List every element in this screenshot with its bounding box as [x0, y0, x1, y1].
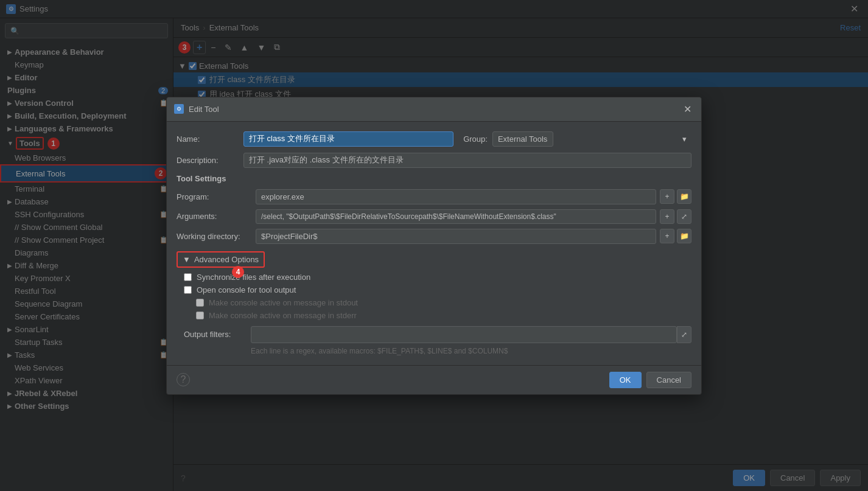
working-dir-add-button[interactable]: + — [660, 229, 674, 243]
sync-files-checkbox[interactable] — [184, 273, 192, 281]
arguments-expand-button[interactable]: ⤢ — [677, 209, 691, 224]
open-console-checkbox[interactable] — [184, 286, 192, 294]
name-row: Name: Group: External Tools — [177, 131, 691, 147]
working-dir-buttons: + 📁 — [660, 229, 691, 243]
arguments-input[interactable] — [256, 209, 656, 224]
arguments-label: Arguments: — [177, 212, 256, 221]
program-add-button[interactable]: + — [660, 189, 674, 204]
working-dir-browse-button[interactable]: 📁 — [677, 229, 691, 243]
modal-ok-button[interactable]: OK — [609, 372, 642, 388]
name-label: Name: — [177, 134, 243, 144]
working-dir-label: Working directory: — [177, 232, 256, 241]
arguments-buttons: + ⤢ — [660, 209, 691, 224]
tool-settings-title: Tool Settings — [177, 174, 691, 183]
modal-icon: ⚙ — [174, 104, 184, 114]
make-active-stdout-checkbox[interactable] — [196, 299, 204, 307]
modal-title: Edit Tool — [189, 105, 681, 114]
open-console-row: Open console for tool output — [184, 285, 691, 294]
output-filters-expand[interactable]: ⤢ — [677, 326, 691, 343]
group-select-wrapper: External Tools — [492, 131, 691, 147]
sync-files-row: Synchronize files after execution — [184, 273, 691, 282]
description-label: Description: — [177, 156, 243, 165]
program-label: Program: — [177, 192, 256, 201]
modal-footer: ? OK Cancel — [167, 365, 701, 394]
description-row: Description: — [177, 153, 691, 168]
advanced-label: Advanced Options — [194, 255, 259, 264]
modal-body: Name: Group: External Tools Description:… — [167, 122, 701, 365]
open-console-label: Open console for tool output — [197, 285, 296, 294]
output-filters-input[interactable] — [251, 326, 677, 343]
group-select[interactable]: External Tools — [492, 131, 553, 147]
make-active-stderr-row: Make console active on message in stderr — [184, 311, 691, 320]
advanced-arrow: ▼ — [183, 255, 191, 264]
modal-close-button[interactable]: ✕ — [681, 102, 694, 116]
program-input[interactable] — [256, 189, 656, 204]
program-buttons: + 📁 — [660, 189, 691, 204]
output-filters-label: Output filters: — [184, 330, 251, 339]
settings-window: ⚙ Settings ✕ 🔍 ▶ Appearance & Behavior K… — [0, 0, 868, 491]
output-filters-row: Output filters: ⤢ — [184, 326, 691, 343]
modal-cancel-button[interactable]: Cancel — [646, 372, 691, 388]
group-label: Group: — [463, 134, 488, 144]
advanced-section: ▼ Advanced Options 4 Synchronize files a… — [177, 251, 691, 355]
make-active-stdout-row: Make console active on message in stdout — [184, 298, 691, 307]
working-dir-row: Working directory: + 📁 — [177, 229, 691, 244]
program-row: Program: + 📁 — [177, 189, 691, 204]
make-active-stderr-checkbox[interactable] — [196, 312, 204, 319]
description-input[interactable] — [243, 153, 691, 168]
make-active-stderr-label: Make console active on message in stderr — [209, 311, 357, 320]
modal-titlebar: ⚙ Edit Tool ✕ — [167, 97, 701, 122]
program-browse-button[interactable]: 📁 — [677, 189, 691, 204]
name-input[interactable] — [243, 131, 453, 147]
working-dir-input[interactable] — [256, 229, 656, 244]
edit-tool-modal: ⚙ Edit Tool ✕ Name: Group: External Tool… — [166, 97, 702, 395]
advanced-toggle[interactable]: ▼ Advanced Options 4 — [177, 251, 265, 268]
regex-note: Each line is a regex, available macros: … — [251, 347, 691, 355]
sync-files-label: Synchronize files after execution — [197, 273, 310, 282]
modal-help-icon[interactable]: ? — [177, 373, 190, 386]
advanced-content: Synchronize files after execution Open c… — [177, 273, 691, 355]
arguments-row: Arguments: + ⤢ — [177, 209, 691, 224]
make-active-stdout-label: Make console active on message in stdout — [209, 298, 358, 307]
arguments-add-button[interactable]: + — [660, 209, 674, 224]
modal-overlay: ⚙ Edit Tool ✕ Name: Group: External Tool… — [0, 0, 868, 491]
